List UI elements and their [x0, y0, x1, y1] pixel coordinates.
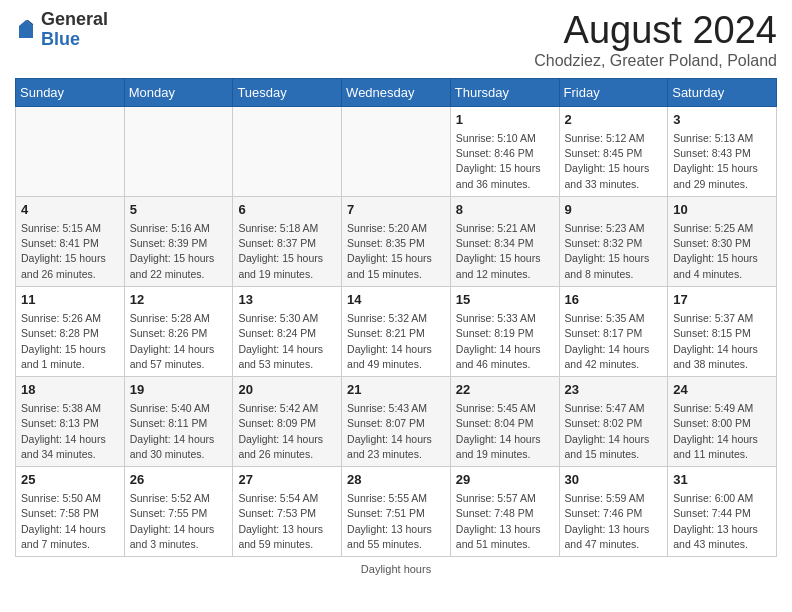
day-info: Sunrise: 5:21 AM Sunset: 8:34 PM Dayligh…: [456, 221, 554, 282]
day-info: Sunrise: 5:35 AM Sunset: 8:17 PM Dayligh…: [565, 311, 663, 372]
day-info: Sunrise: 5:54 AM Sunset: 7:53 PM Dayligh…: [238, 491, 336, 552]
day-number: 7: [347, 201, 445, 219]
title-area: August 2024 Chodziez, Greater Poland, Po…: [534, 10, 777, 70]
calendar-day-cell: 25Sunrise: 5:50 AM Sunset: 7:58 PM Dayli…: [16, 467, 125, 557]
calendar-day-cell: 28Sunrise: 5:55 AM Sunset: 7:51 PM Dayli…: [342, 467, 451, 557]
calendar-day-cell: 10Sunrise: 5:25 AM Sunset: 8:30 PM Dayli…: [668, 196, 777, 286]
day-info: Sunrise: 5:57 AM Sunset: 7:48 PM Dayligh…: [456, 491, 554, 552]
weekday-header-thursday: Thursday: [450, 78, 559, 106]
day-number: 4: [21, 201, 119, 219]
day-info: Sunrise: 5:26 AM Sunset: 8:28 PM Dayligh…: [21, 311, 119, 372]
logo: General Blue: [15, 10, 108, 50]
calendar-day-cell: 24Sunrise: 5:49 AM Sunset: 8:00 PM Dayli…: [668, 376, 777, 466]
page-title: August 2024: [534, 10, 777, 52]
day-info: Sunrise: 5:43 AM Sunset: 8:07 PM Dayligh…: [347, 401, 445, 462]
day-info: Sunrise: 5:52 AM Sunset: 7:55 PM Dayligh…: [130, 491, 228, 552]
day-number: 10: [673, 201, 771, 219]
day-info: Sunrise: 5:13 AM Sunset: 8:43 PM Dayligh…: [673, 131, 771, 192]
calendar-day-cell: 2Sunrise: 5:12 AM Sunset: 8:45 PM Daylig…: [559, 106, 668, 196]
day-number: 20: [238, 381, 336, 399]
day-number: 29: [456, 471, 554, 489]
day-number: 16: [565, 291, 663, 309]
day-number: 6: [238, 201, 336, 219]
calendar-table: SundayMondayTuesdayWednesdayThursdayFrid…: [15, 78, 777, 557]
day-info: Sunrise: 5:15 AM Sunset: 8:41 PM Dayligh…: [21, 221, 119, 282]
calendar-day-cell: 16Sunrise: 5:35 AM Sunset: 8:17 PM Dayli…: [559, 286, 668, 376]
calendar-day-cell: 6Sunrise: 5:18 AM Sunset: 8:37 PM Daylig…: [233, 196, 342, 286]
day-info: Sunrise: 5:18 AM Sunset: 8:37 PM Dayligh…: [238, 221, 336, 282]
day-info: Sunrise: 5:38 AM Sunset: 8:13 PM Dayligh…: [21, 401, 119, 462]
calendar-day-cell: 23Sunrise: 5:47 AM Sunset: 8:02 PM Dayli…: [559, 376, 668, 466]
day-info: Sunrise: 5:16 AM Sunset: 8:39 PM Dayligh…: [130, 221, 228, 282]
calendar-week-row: 18Sunrise: 5:38 AM Sunset: 8:13 PM Dayli…: [16, 376, 777, 466]
page-subtitle: Chodziez, Greater Poland, Poland: [534, 52, 777, 70]
weekday-header-wednesday: Wednesday: [342, 78, 451, 106]
calendar-day-cell: 1Sunrise: 5:10 AM Sunset: 8:46 PM Daylig…: [450, 106, 559, 196]
calendar-day-cell: [233, 106, 342, 196]
calendar-day-cell: 21Sunrise: 5:43 AM Sunset: 8:07 PM Dayli…: [342, 376, 451, 466]
logo-text: General Blue: [41, 10, 108, 50]
day-info: Sunrise: 5:42 AM Sunset: 8:09 PM Dayligh…: [238, 401, 336, 462]
day-number: 13: [238, 291, 336, 309]
footer-note: Daylight hours: [15, 563, 777, 575]
weekday-header-tuesday: Tuesday: [233, 78, 342, 106]
day-number: 11: [21, 291, 119, 309]
calendar-day-cell: 8Sunrise: 5:21 AM Sunset: 8:34 PM Daylig…: [450, 196, 559, 286]
logo-icon: [15, 18, 37, 40]
calendar-day-cell: 18Sunrise: 5:38 AM Sunset: 8:13 PM Dayli…: [16, 376, 125, 466]
day-number: 24: [673, 381, 771, 399]
calendar-day-cell: 9Sunrise: 5:23 AM Sunset: 8:32 PM Daylig…: [559, 196, 668, 286]
calendar-day-cell: 12Sunrise: 5:28 AM Sunset: 8:26 PM Dayli…: [124, 286, 233, 376]
day-info: Sunrise: 5:10 AM Sunset: 8:46 PM Dayligh…: [456, 131, 554, 192]
logo-general-text: General: [41, 10, 108, 30]
day-number: 5: [130, 201, 228, 219]
calendar-day-cell: [342, 106, 451, 196]
day-number: 19: [130, 381, 228, 399]
day-number: 25: [21, 471, 119, 489]
calendar-day-cell: 17Sunrise: 5:37 AM Sunset: 8:15 PM Dayli…: [668, 286, 777, 376]
footer-note-text: Daylight hours: [361, 563, 431, 575]
day-number: 31: [673, 471, 771, 489]
day-info: Sunrise: 5:37 AM Sunset: 8:15 PM Dayligh…: [673, 311, 771, 372]
calendar-week-row: 25Sunrise: 5:50 AM Sunset: 7:58 PM Dayli…: [16, 467, 777, 557]
calendar-day-cell: 26Sunrise: 5:52 AM Sunset: 7:55 PM Dayli…: [124, 467, 233, 557]
day-info: Sunrise: 6:00 AM Sunset: 7:44 PM Dayligh…: [673, 491, 771, 552]
weekday-header-saturday: Saturday: [668, 78, 777, 106]
day-info: Sunrise: 5:25 AM Sunset: 8:30 PM Dayligh…: [673, 221, 771, 282]
day-number: 23: [565, 381, 663, 399]
calendar-day-cell: 29Sunrise: 5:57 AM Sunset: 7:48 PM Dayli…: [450, 467, 559, 557]
day-info: Sunrise: 5:50 AM Sunset: 7:58 PM Dayligh…: [21, 491, 119, 552]
calendar-day-cell: 4Sunrise: 5:15 AM Sunset: 8:41 PM Daylig…: [16, 196, 125, 286]
day-info: Sunrise: 5:28 AM Sunset: 8:26 PM Dayligh…: [130, 311, 228, 372]
day-info: Sunrise: 5:12 AM Sunset: 8:45 PM Dayligh…: [565, 131, 663, 192]
day-info: Sunrise: 5:59 AM Sunset: 7:46 PM Dayligh…: [565, 491, 663, 552]
calendar-day-cell: 15Sunrise: 5:33 AM Sunset: 8:19 PM Dayli…: [450, 286, 559, 376]
day-info: Sunrise: 5:55 AM Sunset: 7:51 PM Dayligh…: [347, 491, 445, 552]
day-info: Sunrise: 5:32 AM Sunset: 8:21 PM Dayligh…: [347, 311, 445, 372]
header: General Blue August 2024 Chodziez, Great…: [15, 10, 777, 70]
day-number: 8: [456, 201, 554, 219]
calendar-day-cell: [16, 106, 125, 196]
day-number: 28: [347, 471, 445, 489]
day-number: 14: [347, 291, 445, 309]
day-number: 2: [565, 111, 663, 129]
calendar-day-cell: [124, 106, 233, 196]
day-number: 27: [238, 471, 336, 489]
day-number: 15: [456, 291, 554, 309]
calendar-day-cell: 7Sunrise: 5:20 AM Sunset: 8:35 PM Daylig…: [342, 196, 451, 286]
calendar-week-row: 11Sunrise: 5:26 AM Sunset: 8:28 PM Dayli…: [16, 286, 777, 376]
calendar-day-cell: 19Sunrise: 5:40 AM Sunset: 8:11 PM Dayli…: [124, 376, 233, 466]
day-number: 12: [130, 291, 228, 309]
calendar-day-cell: 13Sunrise: 5:30 AM Sunset: 8:24 PM Dayli…: [233, 286, 342, 376]
day-info: Sunrise: 5:30 AM Sunset: 8:24 PM Dayligh…: [238, 311, 336, 372]
day-number: 22: [456, 381, 554, 399]
weekday-header-row: SundayMondayTuesdayWednesdayThursdayFrid…: [16, 78, 777, 106]
day-number: 26: [130, 471, 228, 489]
day-info: Sunrise: 5:45 AM Sunset: 8:04 PM Dayligh…: [456, 401, 554, 462]
calendar-day-cell: 3Sunrise: 5:13 AM Sunset: 8:43 PM Daylig…: [668, 106, 777, 196]
day-number: 18: [21, 381, 119, 399]
weekday-header-monday: Monday: [124, 78, 233, 106]
calendar-day-cell: 31Sunrise: 6:00 AM Sunset: 7:44 PM Dayli…: [668, 467, 777, 557]
weekday-header-sunday: Sunday: [16, 78, 125, 106]
day-number: 9: [565, 201, 663, 219]
